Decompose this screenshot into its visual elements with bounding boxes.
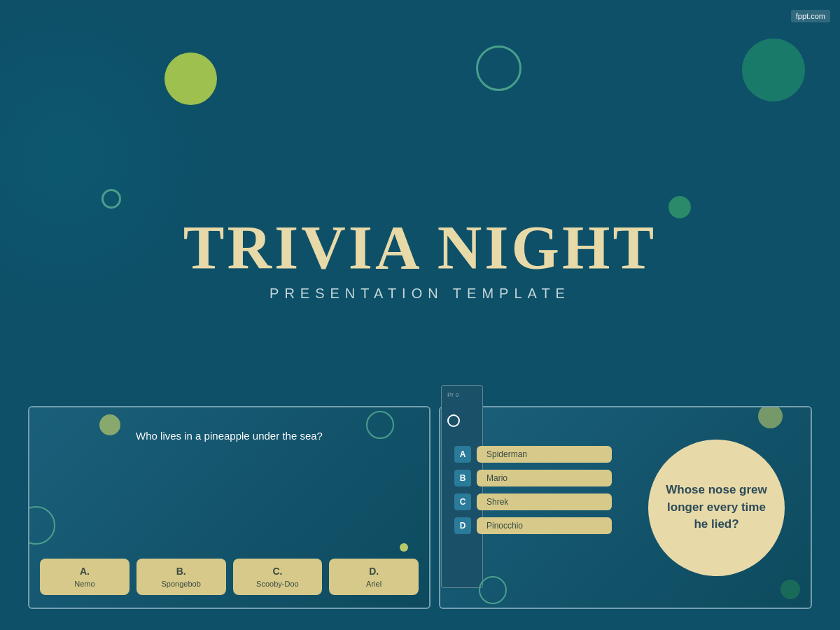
main-title: TRIVIA NIGHT xyxy=(0,217,840,279)
answer-d-text: Ariel xyxy=(333,580,414,588)
watermark: fppt.com xyxy=(791,10,830,22)
right-badge-c: C xyxy=(454,493,471,510)
deco-circle-lime xyxy=(164,52,217,105)
right-answer-b: B Mario xyxy=(454,470,612,486)
right-pill-a: Spiderman xyxy=(477,446,612,463)
deco-circle-small-outline xyxy=(102,189,121,209)
deco-circle-teal-outline xyxy=(476,46,522,91)
answer-box-b: B. Spongebob xyxy=(136,559,226,595)
right-badge-a: A xyxy=(454,446,471,463)
slide-right-question-text: Whose nose grew longer every time he lie… xyxy=(662,482,771,533)
slide-right-answers-panel: A Spiderman B Mario C Shrek D Pinocchio xyxy=(440,407,622,608)
right-answer-a: A Spiderman xyxy=(454,446,612,463)
answer-a-text: Nemo xyxy=(44,580,125,588)
right-pill-b: Mario xyxy=(477,470,612,486)
slide-left-preview[interactable]: Who lives in a pineapple under the sea? … xyxy=(28,406,430,609)
sub-title: PRESENTATION TEMPLATE xyxy=(0,286,840,302)
right-badge-b: B xyxy=(454,470,471,486)
title-section: TRIVIA NIGHT PRESENTATION TEMPLATE xyxy=(0,217,840,302)
slide-left-deco-dot xyxy=(400,543,408,552)
right-pill-d: Pinocchio xyxy=(477,517,612,534)
right-pill-c: Shrek xyxy=(477,493,612,510)
slide-right-question-bubble: Whose nose grew longer every time he lie… xyxy=(648,440,785,576)
slide-right-question-panel: Whose nose grew longer every time he lie… xyxy=(622,407,811,608)
slide-left-question: Who lives in a pineapple under the sea? xyxy=(50,428,408,444)
deco-circle-dark-teal xyxy=(742,38,805,102)
slides-row: Who lives in a pineapple under the sea? … xyxy=(28,406,812,609)
answer-box-c: C. Scooby-Doo xyxy=(233,559,323,595)
answer-c-letter: C. xyxy=(237,566,318,577)
answer-c-text: Scooby-Doo xyxy=(237,580,318,588)
answer-box-a: A. Nemo xyxy=(40,559,130,595)
right-answer-d: D Pinocchio xyxy=(454,517,612,534)
right-answer-c: C Shrek xyxy=(454,493,612,510)
answer-b-text: Spongebob xyxy=(141,580,222,588)
deco-circle-small-green xyxy=(668,196,691,218)
slide-right-top-circle xyxy=(447,414,460,427)
answer-d-letter: D. xyxy=(333,566,414,577)
right-badge-d: D xyxy=(454,517,471,534)
slide-right-preview[interactable]: A Spiderman B Mario C Shrek D Pinocchio xyxy=(439,406,812,609)
slide-left-answers: A. Nemo B. Spongebob C. Scooby-Doo D. Ar… xyxy=(40,559,419,595)
answer-b-letter: B. xyxy=(141,566,222,577)
answer-box-d: D. Ariel xyxy=(329,559,419,595)
answer-a-letter: A. xyxy=(44,566,125,577)
